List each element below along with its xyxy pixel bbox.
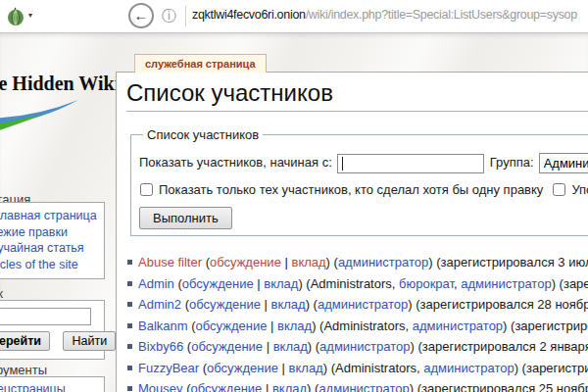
user-group-link[interactable]: администратор [338,255,428,270]
user-contribs-link[interactable]: вклад [291,255,325,270]
user-group-link[interactable]: администратор [461,276,551,291]
only-editors-label: Показать только тех участников, кто сдел… [159,182,543,197]
row-text: | [261,297,271,312]
row-text: ) ( [298,276,310,291]
sidebar-search-input[interactable] [0,308,91,325]
row-text: ) ( [410,339,421,354]
user-registered-text: зарегистрировался 3 июля [441,255,588,270]
row-text: ( [188,318,196,333]
user-registered-text: зарегистрировался [526,361,588,375]
creation-date-checkbox[interactable] [553,183,565,196]
wiki-page-background: The Hidden Wiki Навигация Заглавная стра… [0,33,588,392]
user-row: Abuse filter (обсуждение | вклад) (админ… [138,252,588,273]
user-group-link[interactable]: администратор [318,381,409,392]
user-row: Admin (обсуждение | вклад) (Administrato… [138,273,588,295]
user-contribs-link[interactable]: вклад [277,318,312,333]
row-text: ( [174,276,182,291]
user-talk-link[interactable]: обсуждение [189,297,261,312]
row-text: | [262,381,272,392]
user-registered-text: зарегистрировался 25 ноября [421,381,588,392]
user-name-link[interactable]: Mousey [138,381,183,392]
user-list: Abuse filter (обсуждение | вклад) (админ… [117,252,588,392]
user-contribs-link[interactable]: вклад [271,297,306,312]
start-user-label: Показать участников, начиная с: [139,155,332,170]
row-text: ) ( [410,381,421,392]
user-registered-text: зарегистрировался 28 ноября [420,297,588,312]
user-talk-link[interactable]: обсуждение [191,339,263,354]
row-text: ) ( [308,339,319,354]
site-info-icon[interactable]: ⓘ [162,7,176,25]
creation-date-label: Упорядочить по дате создания учётной зап… [571,182,588,197]
sidebar-nav-link[interactable]: Articles of the site [0,257,104,273]
user-talk-link[interactable]: обсуждение [207,361,278,375]
sidebar-search-box: Перейти Найти [0,300,105,360]
user-name-link[interactable]: Bixby66 [138,339,183,354]
start-user-input[interactable] [337,154,484,173]
sidebar-nav-link[interactable]: Случайная статья [0,240,104,257]
user-name-link[interactable]: Admin [138,276,174,291]
user-talk-link[interactable]: обсуждение [196,318,268,333]
user-group-link[interactable]: администратор [318,297,408,312]
user-registered-text: зарегистрировался [514,318,588,333]
row-text: ) ( [312,318,323,333]
user-talk-link[interactable]: обсуждение [210,255,281,270]
user-talk-link[interactable]: обсуждение [182,276,254,291]
user-row: Bixby66 (обсуждение | вклад) (администра… [138,336,588,358]
user-registered-text: зарегистрировался 2 января [422,339,588,354]
row-text: ( [183,339,191,354]
tor-onion-menu-button[interactable]: ▾ [6,6,39,26]
row-text: ) ( [323,361,335,375]
user-name-link[interactable]: Abuse filter [138,255,202,270]
row-text: | [263,339,273,354]
back-button[interactable]: ← [128,3,154,28]
user-contribs-link[interactable]: вклад [272,381,307,392]
user-group-link[interactable]: администратор [413,318,503,333]
row-text: | [267,318,277,333]
group-select[interactable]: Администраторы [539,153,588,173]
user-name-link[interactable]: Balkanm [138,318,188,333]
listusers-form: Список участников Показать участников, н… [130,127,588,236]
onion-menu-caret-icon: ▾ [28,11,32,20]
user-name-link[interactable]: FuzzyBear [138,361,199,375]
row-text: ) ( [552,276,564,291]
search-find-button[interactable]: Найти [63,331,116,351]
sidebar-tools-links-box: Спецстраницы [0,376,105,392]
group-label: Группа: [490,155,534,170]
user-group-text: Administrators [323,318,405,333]
submit-button[interactable]: Выполнить [139,207,232,229]
user-row: Mousey (обсуждение | вклад) (администрат… [138,378,588,392]
sidebar-tools-link[interactable]: Спецстраницы [0,381,104,392]
user-contribs-link[interactable]: вклад [264,276,298,291]
urlbar-separator [185,6,186,26]
sidebar-search-heading: Поиск [0,286,3,301]
row-text: | [278,361,289,375]
row-text: ( [181,297,189,312]
row-text: ) ( [514,361,526,375]
row-text: , [406,318,413,333]
only-editors-checkbox[interactable] [140,183,153,196]
user-group-link[interactable]: администратор [319,339,410,354]
row-text: ) ( [326,255,338,270]
user-name-link[interactable]: Admin2 [138,297,181,312]
row-text: ) ( [408,297,419,312]
user-group-link[interactable]: бюрократ [399,276,454,291]
text-caret [342,157,343,171]
user-registered-text: зарегистрировался [564,276,588,291]
sidebar-nav-link[interactable]: Заглавная страница [0,208,104,224]
listusers-form-legend: Список участников [143,127,263,142]
row-text: | [281,255,292,270]
url-bar[interactable]: zqktlwi4fecvo6ri.onion/wiki/index.php?ti… [192,8,584,22]
sidebar-nav-link[interactable]: Свежие правки [0,224,104,241]
user-row: FuzzyBear (обсуждение | вклад) (Administ… [138,358,588,379]
row-text: ) ( [428,255,440,270]
user-group-link[interactable]: администратор [423,361,514,375]
row-text: ) ( [503,318,514,333]
user-contribs-link[interactable]: вклад [289,361,323,375]
user-talk-link[interactable]: обсуждение [190,381,262,392]
row-text: , [392,276,399,291]
user-contribs-link[interactable]: вклад [273,339,308,354]
user-row: Admin2 (обсуждение | вклад) (администрат… [138,294,588,316]
url-path: /wiki/index.php?title=Special:ListUsers&… [306,8,577,22]
tab-special-page[interactable]: служебная страница [134,54,267,73]
search-go-button[interactable]: Перейти [0,331,50,351]
